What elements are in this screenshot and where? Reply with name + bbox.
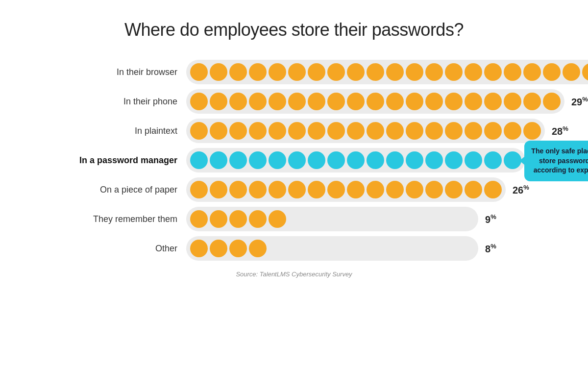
bar-track-password-manager — [186, 148, 525, 172]
pct-paper: 26% — [513, 184, 542, 196]
dot-paper-0 — [190, 181, 208, 198]
dot-browser-13 — [445, 63, 463, 81]
dot-password-manager-8 — [347, 151, 365, 169]
dot-browser-20 — [582, 63, 588, 81]
dot-browser-15 — [484, 63, 502, 81]
dot-plaintext-12 — [425, 122, 443, 140]
dot-phone-4 — [269, 93, 286, 110]
dot-plaintext-3 — [249, 122, 267, 140]
dot-browser-10 — [386, 63, 404, 81]
bar-row-password-manager: In a password manager27%The only safe pl… — [74, 148, 514, 172]
bar-row-browser: In their browser33% — [74, 60, 514, 84]
dot-password-manager-5 — [288, 151, 306, 169]
dot-paper-14 — [465, 181, 482, 198]
dot-browser-4 — [269, 63, 286, 81]
dots-phone — [190, 93, 561, 110]
dot-browser-12 — [425, 63, 443, 81]
dot-other-3 — [249, 240, 267, 257]
dot-browser-17 — [523, 63, 541, 81]
bar-label-plaintext: In plaintext — [74, 126, 186, 136]
dot-paper-12 — [425, 181, 443, 198]
dot-remember-0 — [190, 210, 208, 228]
dots-password-manager — [190, 151, 521, 169]
dot-password-manager-13 — [445, 151, 463, 169]
dot-browser-7 — [327, 63, 345, 81]
dot-plaintext-9 — [367, 122, 384, 140]
dot-plaintext-16 — [504, 122, 521, 140]
bar-track-paper — [186, 177, 506, 202]
bar-row-other: Other8% — [74, 236, 514, 261]
dot-paper-9 — [367, 181, 384, 198]
dot-paper-5 — [288, 181, 306, 198]
dot-password-manager-2 — [229, 151, 247, 169]
dot-plaintext-14 — [465, 122, 482, 140]
dot-phone-17 — [523, 93, 541, 110]
dot-phone-9 — [367, 93, 384, 110]
dot-phone-12 — [425, 93, 443, 110]
dot-phone-0 — [190, 93, 208, 110]
dot-browser-11 — [406, 63, 423, 81]
dot-paper-3 — [249, 181, 267, 198]
dots-plaintext — [190, 122, 541, 140]
dot-browser-0 — [190, 63, 208, 81]
dot-browser-18 — [543, 63, 561, 81]
bar-track-plaintext — [186, 119, 545, 143]
dot-other-2 — [229, 240, 247, 257]
dot-browser-16 — [504, 63, 521, 81]
dot-plaintext-5 — [288, 122, 306, 140]
bar-label-password-manager: In a password manager — [74, 155, 186, 166]
dot-remember-2 — [229, 210, 247, 228]
dot-plaintext-6 — [308, 122, 325, 140]
dot-paper-2 — [229, 181, 247, 198]
dot-phone-18 — [543, 93, 561, 110]
dot-paper-7 — [327, 181, 345, 198]
dot-browser-14 — [465, 63, 482, 81]
dot-paper-6 — [308, 181, 325, 198]
dot-password-manager-16 — [504, 151, 521, 169]
pct-plaintext: 28% — [552, 125, 581, 137]
bar-label-browser: In their browser — [74, 67, 186, 77]
dot-remember-1 — [210, 210, 227, 228]
dot-password-manager-1 — [210, 151, 227, 169]
dot-paper-1 — [210, 181, 227, 198]
dot-browser-3 — [249, 63, 267, 81]
bar-track-remember — [186, 207, 478, 231]
dot-password-manager-15 — [484, 151, 502, 169]
dots-remember — [190, 210, 286, 228]
dot-plaintext-11 — [406, 122, 423, 140]
dot-browser-5 — [288, 63, 306, 81]
dot-password-manager-12 — [425, 151, 443, 169]
dot-phone-13 — [445, 93, 463, 110]
dot-plaintext-15 — [484, 122, 502, 140]
dot-plaintext-1 — [210, 122, 227, 140]
dot-paper-15 — [484, 181, 502, 198]
dots-other — [190, 240, 267, 257]
dot-password-manager-11 — [406, 151, 423, 169]
dot-password-manager-3 — [249, 151, 267, 169]
dot-phone-1 — [210, 93, 227, 110]
chart-title: Where do employees store their passwords… — [124, 20, 464, 40]
dot-other-0 — [190, 240, 208, 257]
dot-phone-3 — [249, 93, 267, 110]
dot-browser-19 — [563, 63, 580, 81]
dot-browser-2 — [229, 63, 247, 81]
dot-password-manager-10 — [386, 151, 404, 169]
dot-plaintext-0 — [190, 122, 208, 140]
dot-paper-11 — [406, 181, 423, 198]
dots-browser — [190, 63, 588, 81]
bar-label-phone: In their phone — [74, 97, 186, 107]
dot-phone-7 — [327, 93, 345, 110]
bar-track-other — [186, 236, 478, 261]
dot-plaintext-17 — [523, 122, 541, 140]
dot-plaintext-7 — [327, 122, 345, 140]
dot-browser-9 — [367, 63, 384, 81]
dot-phone-6 — [308, 93, 325, 110]
dot-plaintext-13 — [445, 122, 463, 140]
dot-password-manager-6 — [308, 151, 325, 169]
dot-phone-10 — [386, 93, 404, 110]
dot-password-manager-9 — [367, 151, 384, 169]
pct-remember: 9% — [485, 213, 514, 225]
dot-phone-16 — [504, 93, 521, 110]
dot-plaintext-2 — [229, 122, 247, 140]
dot-paper-8 — [347, 181, 365, 198]
